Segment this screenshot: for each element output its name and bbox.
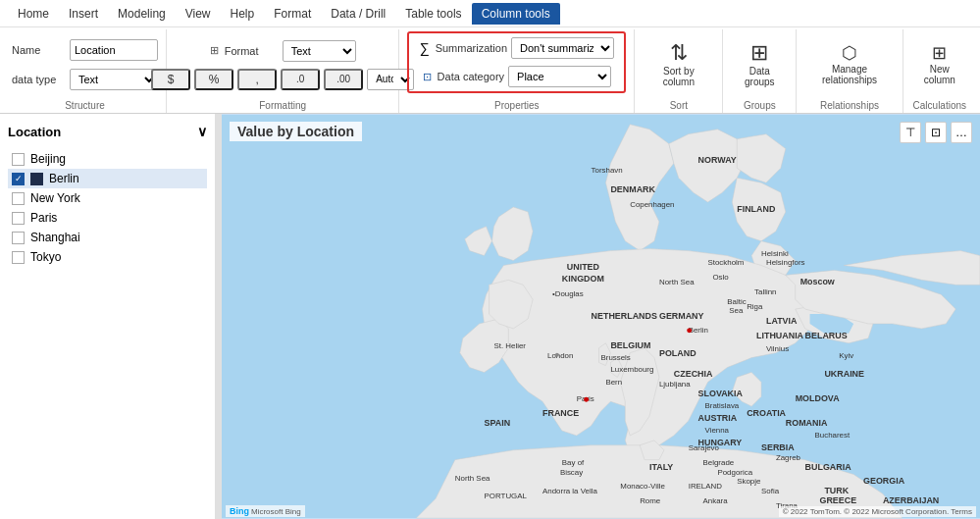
stockholm-label: Stockholm [708,258,745,267]
list-item[interactable]: Beijing [8,149,207,169]
menu-view[interactable]: View [176,3,221,25]
austria-label: AUSTRIA [698,413,738,423]
shanghai-checkbox[interactable] [12,232,25,244]
currency-button[interactable]: $ [151,69,190,90]
greece-label: GREECE [819,495,856,505]
new-column-button[interactable]: ⊞ New column [911,35,968,94]
map-toolbar: ⊤ ⊡ … [900,122,972,143]
paris-dot [584,397,589,402]
luxembourg-label: Luxembourg [610,365,653,374]
denmark-label: DENMARK [610,184,655,194]
menu-modeling[interactable]: Modeling [108,3,176,25]
ribbon-group-structure: Name data type Text Structure [4,29,167,113]
menu-home[interactable]: Home [8,3,59,25]
latvia-label: LATVIA [766,316,798,326]
ribbon-group-sort: ⇅ Sort by column Sort [635,29,723,113]
dec-inc-button[interactable]: .0 [281,69,320,90]
sort-group-label: Sort [643,98,714,111]
chevron-down-icon[interactable]: ∨ [197,124,207,139]
name-label: Name [12,44,66,56]
bratislava-label: Bratislava [705,401,740,410]
list-item[interactable]: ✓ Berlin [8,169,207,188]
name-row: Name [12,37,158,63]
sidebar-title: Location ∨ [8,122,207,141]
newyork-checkbox[interactable] [12,192,25,205]
zagreb-label: Zagreb [776,453,801,462]
datatype-select[interactable]: Text [70,69,158,90]
uk-label: UNITED [567,262,600,272]
berlin-dot [687,328,692,333]
datatype-row: data type Text [12,67,158,92]
list-item[interactable]: Shanghai [8,228,207,247]
ribbon-group-formatting: ⊞ Format Text $ % , .0 .00 Auto Formatti… [167,29,399,113]
uk-label2: KINGDOM [562,274,604,284]
irelabel-label: IRELAND [689,482,723,491]
sidebar-item-label: Paris [30,211,57,225]
relationships-icon: ⬡ [842,44,857,62]
map-filter-button[interactable]: ⊤ [900,122,921,143]
bulgaria-label: BULGARIA [805,462,852,472]
structure-group-label: Structure [12,98,158,111]
bayofbiscay-label: Bay of [562,458,585,467]
sidebar-title-text: Location [8,125,61,139]
croatia-label: CROATIA [747,408,786,418]
data-groups-button[interactable]: ⊞ Data groups [731,35,788,94]
norway-label: NORWAY [698,155,737,165]
format-icon: ⊞ [210,44,219,57]
netherlands-label: NETHERLANDS [592,311,657,321]
percent-button[interactable]: % [194,69,233,90]
balticsea-label: Baltic [727,297,746,306]
dec-dec-button[interactable]: .00 [324,69,363,90]
calculations-group-label: Calculations [911,98,968,111]
moldova-label: MOLDOVA [796,393,840,403]
comma-button[interactable]: , [237,69,277,90]
beijing-checkbox[interactable] [12,153,25,166]
ukraine-label: UKRAINE [824,369,864,379]
formatting-group-label: Formatting [175,98,390,111]
format-select[interactable]: Text [283,40,356,62]
map-more-button[interactable]: … [951,122,972,143]
paris-checkbox[interactable] [12,212,25,225]
name-input[interactable] [70,39,158,61]
sort-by-column-label: Sort by column [650,66,706,87]
manage-relationships-button[interactable]: ⬡ Manage relationships [804,35,894,94]
berlin-checkbox[interactable]: ✓ [12,173,25,185]
menu-data-drill[interactable]: Data / Drill [321,3,395,25]
datacategory-icon: ⊡ [423,71,432,83]
sidebar-item-label: Shanghai [30,231,80,244]
portugal-label: PORTUGAL [485,492,528,500]
slovakia-label: SLOVAKIA [698,389,744,398]
summarization-select[interactable]: Don't summarize [511,37,614,59]
relationships-group-label: Relationships [804,98,894,111]
groups-icon: ⊞ [750,42,768,64]
sort-by-column-button[interactable]: ⇅ Sort by column [643,35,714,94]
new-column-label: New column [919,64,960,85]
list-item[interactable]: Tokyo [8,247,207,267]
datacategory-select[interactable]: Place [508,66,611,87]
menu-table-tools[interactable]: Table tools [395,3,471,25]
torshavn-label: Torshavn [592,166,623,175]
belgrade-label: Belgrade [703,458,735,467]
menu-insert[interactable]: Insert [59,3,108,25]
tokyo-checkbox[interactable] [12,251,25,264]
menu-format[interactable]: Format [264,3,321,25]
turkey-label: TURK [824,486,849,495]
map-attribution: © 2022 TomTom. © 2022 Microsoft Corporat… [779,506,976,517]
ribbon-group-properties: ∑ Summarization Don't summarize ⊡ Data c… [399,29,635,113]
romania-label: ROMANIA [786,418,828,428]
menu-column-tools[interactable]: Column tools [472,3,560,25]
brussels-label: Brussels [601,353,631,362]
list-item[interactable]: New York [8,188,207,208]
menu-bar: Home Insert Modeling View Help Format Da… [0,0,980,27]
summarization-label: Summarization [436,42,507,54]
bucharest-label: Bucharest [815,431,851,440]
format-label: Format [225,45,279,57]
list-item[interactable]: Paris [8,208,207,228]
northsea-label: North Sea [455,474,490,483]
menu-help[interactable]: Help [221,3,265,25]
groups-group-label: Groups [731,98,788,111]
map-expand-button[interactable]: ⊡ [925,122,947,143]
helsinki-label: Helsinki [761,249,789,258]
sarajevo-label: Sarajevo [689,443,720,452]
germany-label: GERMANY [659,311,704,321]
